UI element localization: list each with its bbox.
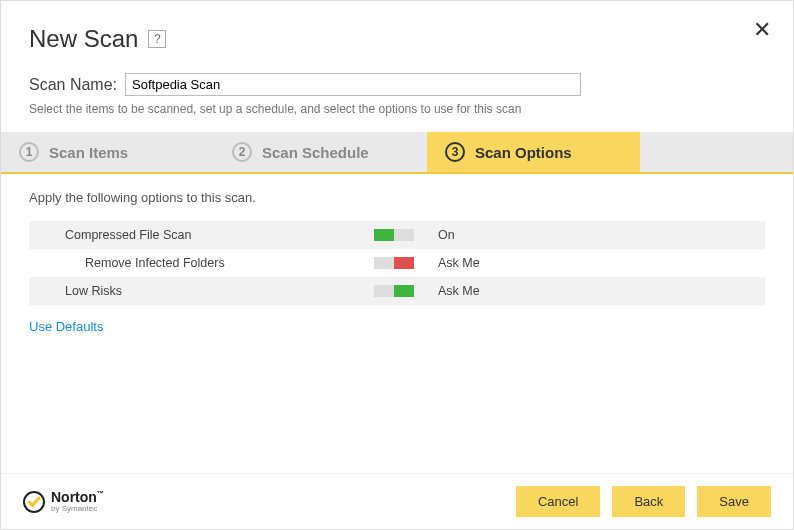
scan-name-label: Scan Name: [29,76,117,94]
option-value: Ask Me [438,284,480,298]
step-number: 2 [232,142,252,162]
subtitle-text: Select the items to be scanned, set up a… [29,102,765,116]
toggle-compressed[interactable] [374,229,414,241]
option-row-low-risks: Low Risks Ask Me [29,277,765,305]
tab-label: Scan Options [475,144,572,161]
dialog-footer: Norton™ by Symantec Cancel Back Save [1,473,793,529]
toggle-remove-infected[interactable] [374,257,414,269]
toggle-low-risks[interactable] [374,285,414,297]
save-button[interactable]: Save [697,486,771,517]
option-row-remove-infected: Remove Infected Folders Ask Me [29,249,765,277]
tab-scan-schedule[interactable]: 2 Scan Schedule [214,132,427,172]
option-value: On [438,228,455,242]
option-label: Compressed File Scan [29,228,374,242]
back-button[interactable]: Back [612,486,685,517]
tab-label: Scan Schedule [262,144,369,161]
dialog-header: New Scan ? Scan Name: Select the items t… [1,1,793,132]
brand-name: Norton™ [51,490,104,504]
wizard-tabs: 1 Scan Items 2 Scan Schedule 3 Scan Opti… [1,132,793,172]
option-row-compressed: Compressed File Scan On [29,221,765,249]
scan-name-input[interactable] [125,73,581,96]
option-label: Remove Infected Folders [29,256,374,270]
brand-sub: by Symantec [51,505,104,513]
close-icon[interactable]: ✕ [753,19,771,41]
tab-scan-options[interactable]: 3 Scan Options [427,132,640,172]
options-panel: Apply the following options to this scan… [1,172,793,353]
option-label: Low Risks [29,284,374,298]
apply-text: Apply the following options to this scan… [29,190,765,205]
tab-label: Scan Items [49,144,128,161]
cancel-button[interactable]: Cancel [516,486,600,517]
brand-logo: Norton™ by Symantec [23,490,104,513]
option-value: Ask Me [438,256,480,270]
step-number: 1 [19,142,39,162]
step-number: 3 [445,142,465,162]
norton-check-icon [23,491,45,513]
page-title: New Scan [29,25,138,53]
help-icon[interactable]: ? [148,30,166,48]
tab-scan-items[interactable]: 1 Scan Items [1,132,214,172]
use-defaults-link[interactable]: Use Defaults [29,319,103,334]
